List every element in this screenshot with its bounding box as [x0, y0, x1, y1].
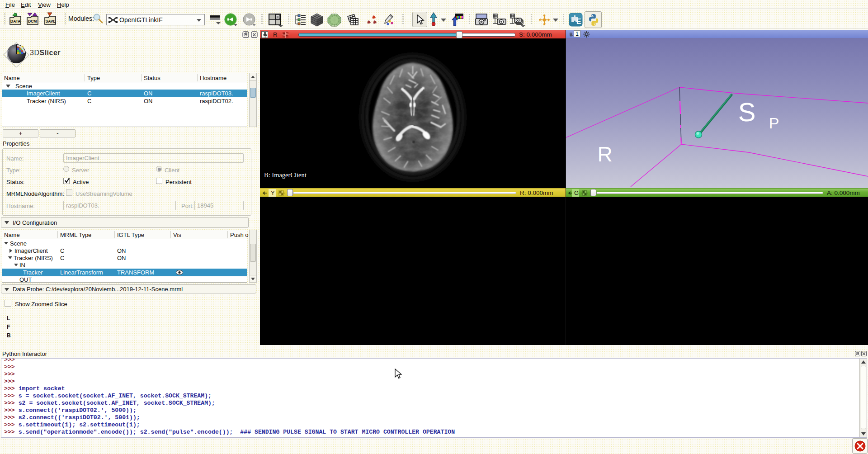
- svg-text:P: P: [769, 114, 779, 132]
- svg-text:DATA: DATA: [10, 19, 20, 24]
- svg-text:DCM: DCM: [28, 19, 37, 24]
- svg-text:E: E: [576, 18, 581, 25]
- svg-text:S: S: [738, 97, 756, 127]
- svg-text:R: R: [597, 142, 612, 166]
- svg-text:SAVE: SAVE: [46, 19, 56, 24]
